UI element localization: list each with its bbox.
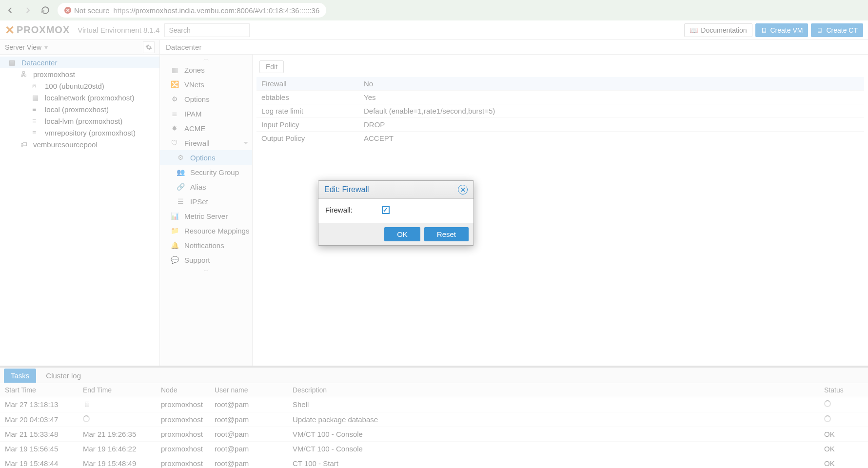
menu-item[interactable]: 🔔Notifications <box>160 238 252 253</box>
log-row[interactable]: Mar 19 15:48:44Mar 19 15:48:49proxmoxhos… <box>0 456 868 468</box>
forward-button[interactable] <box>22 5 33 16</box>
not-secure-badge: ✕ Not secure <box>64 6 110 15</box>
tree-item[interactable]: ≡vmrepository (proxmoxhost) <box>0 127 159 138</box>
menu-item[interactable]: ⚙Options <box>160 150 252 165</box>
chart-icon: 📊 <box>171 212 178 220</box>
search-input[interactable] <box>164 23 250 37</box>
menu-item[interactable]: 💬Support <box>160 253 252 267</box>
browser-bar: ✕ Not secure https://proxmoxhost.india.v… <box>0 0 868 20</box>
tree-item[interactable]: ≡local (proxmoxhost) <box>0 103 159 115</box>
version-label: Virtual Environment 8.1.4 <box>78 26 159 34</box>
tree-item[interactable]: ≡local-lvm (proxmoxhost) <box>0 115 159 127</box>
menu-item-label: Options <box>190 154 216 162</box>
firewall-checkbox[interactable]: ✓ <box>382 206 390 214</box>
option-row[interactable]: FirewallNo <box>256 77 864 91</box>
option-row[interactable]: ebtablesYes <box>256 91 864 104</box>
option-value: ACCEPT <box>359 132 864 145</box>
log-row[interactable]: Mar 19 15:56:45Mar 19 16:46:22proxmoxhos… <box>0 442 868 456</box>
bell-icon: 🔔 <box>171 241 178 249</box>
disk-icon: ≡ <box>32 117 40 125</box>
menu-item-label: Firewall <box>184 139 210 147</box>
menu-item[interactable]: 🛡Firewall <box>160 136 252 150</box>
tree-item-label: proxmoxhost <box>33 70 75 78</box>
spinner-icon <box>824 400 831 407</box>
config-menu: ︿ ▦Zones🔀VNets⚙Options≣IPAM✸ACME🛡Firewal… <box>160 55 253 366</box>
gear-icon: ⚙ <box>171 95 178 103</box>
menu-item[interactable]: ✸ACME <box>160 121 252 136</box>
log-row[interactable]: Mar 21 15:33:48Mar 21 19:26:35proxmoxhos… <box>0 427 868 442</box>
scroll-up-button[interactable]: ︿ <box>160 55 252 62</box>
dialog-title: Edit: Firewall ✕ <box>318 181 473 199</box>
gear-icon <box>145 44 152 51</box>
option-key: ebtables <box>256 91 359 104</box>
log-row[interactable]: Mar 27 13:18:13🖥proxmoxhostroot@pamShell <box>0 397 868 412</box>
option-row[interactable]: Output PolicyACCEPT <box>256 132 864 145</box>
menu-item-label: Notifications <box>184 241 224 250</box>
option-value: Yes <box>359 91 864 104</box>
scroll-down-button[interactable]: ﹀ <box>160 267 252 275</box>
menu-item[interactable]: 📁Resource Mappings <box>160 223 252 238</box>
tree-item-label: 100 (ubuntu20std) <box>45 82 104 90</box>
menu-item[interactable]: ☰IPSet <box>160 194 252 209</box>
tree-item-label: vemburesourcepool <box>33 140 98 149</box>
create-ct-button[interactable]: 🖥 Create CT <box>811 23 863 37</box>
option-key: Input Policy <box>256 118 359 132</box>
tree-settings-button[interactable] <box>143 41 155 53</box>
option-row[interactable]: Log rate limitDefault (enable=1,rate1/se… <box>256 104 864 118</box>
log-row[interactable]: Mar 20 04:03:47proxmoxhostroot@pamUpdate… <box>0 412 868 427</box>
ok-button[interactable]: OK <box>384 227 420 241</box>
back-button[interactable] <box>5 5 16 16</box>
tree-item[interactable]: ▦localnetwork (proxmoxhost) <box>0 92 159 103</box>
disk-icon: ≡ <box>32 129 40 136</box>
log-header: Start Time End Time Node User name Descr… <box>0 383 868 397</box>
log-tab[interactable]: Tasks <box>4 369 36 383</box>
tree-item-label: local-lvm (proxmoxhost) <box>45 117 122 125</box>
menu-item-label: Options <box>184 95 210 103</box>
option-row[interactable]: Input PolicyDROP <box>256 118 864 132</box>
resource-tree: Server View ▾ ▤Datacenter🖧proxmoxhost⧈10… <box>0 40 160 366</box>
grid-icon: ▦ <box>171 66 178 74</box>
menu-item[interactable]: 👥Security Group <box>160 165 252 179</box>
app-header: ✕ PROXMOX Virtual Environment 8.1.4 📖 Do… <box>0 20 868 40</box>
menu-item[interactable]: 📊Metric Server <box>160 209 252 223</box>
network-icon: 🔀 <box>171 80 178 88</box>
menu-item[interactable]: ▦Zones <box>160 62 252 77</box>
menu-item-label: VNets <box>184 80 204 89</box>
address-bar[interactable]: ✕ Not secure https://proxmoxhost.india.v… <box>58 3 326 18</box>
menu-item[interactable]: 🔗Alias <box>160 179 252 194</box>
logo: ✕ PROXMOX <box>5 23 70 37</box>
tree-item[interactable]: 🖧proxmoxhost <box>0 68 159 80</box>
options-table: FirewallNoebtablesYesLog rate limitDefau… <box>256 77 864 145</box>
link-icon: 🔗 <box>177 183 184 191</box>
menu-item-label: Security Group <box>190 168 239 176</box>
tree-item-label: Datacenter <box>21 58 57 67</box>
main-area: Datacenter ︿ ▦Zones🔀VNets⚙Options≣IPAM✸A… <box>160 40 868 366</box>
monitor-icon: 🖥 <box>816 26 823 34</box>
menu-item-label: IPSet <box>190 197 208 206</box>
menu-item-label: Alias <box>190 183 206 191</box>
tree-item-label: localnetwork (proxmoxhost) <box>45 94 134 102</box>
menu-item-label: Support <box>184 256 210 264</box>
documentation-button[interactable]: 📖 Documentation <box>684 23 752 37</box>
menu-item[interactable]: 🔀VNets <box>160 77 252 92</box>
reset-button[interactable]: Reset <box>424 227 469 241</box>
close-button[interactable]: ✕ <box>458 185 468 195</box>
spinner-icon <box>83 415 90 422</box>
task-log: TasksCluster log Start Time End Time Nod… <box>0 366 868 468</box>
menu-item[interactable]: ⚙Options <box>160 92 252 106</box>
edit-button[interactable]: Edit <box>259 60 284 73</box>
create-vm-button[interactable]: 🖥 Create VM <box>755 23 809 37</box>
grid-icon: ▦ <box>32 94 40 101</box>
menu-item[interactable]: ≣IPAM <box>160 106 252 121</box>
reload-button[interactable] <box>40 5 51 16</box>
log-tab[interactable]: Cluster log <box>39 369 88 383</box>
tree-item[interactable]: ▤Datacenter <box>0 57 159 68</box>
tree-item[interactable]: 🏷vemburesourcepool <box>0 138 159 150</box>
cube-icon: ⧈ <box>32 82 40 90</box>
tree-item[interactable]: ⧈100 (ubuntu20std) <box>0 80 159 92</box>
host-icon: 🖧 <box>20 70 28 78</box>
tree-item-label: local (proxmoxhost) <box>45 105 109 114</box>
tree-view-selector[interactable]: Server View ▾ <box>0 40 159 55</box>
edit-firewall-dialog: Edit: Firewall ✕ Firewall: ✓ OK Reset <box>318 180 474 246</box>
log-tabs: TasksCluster log <box>0 368 868 383</box>
